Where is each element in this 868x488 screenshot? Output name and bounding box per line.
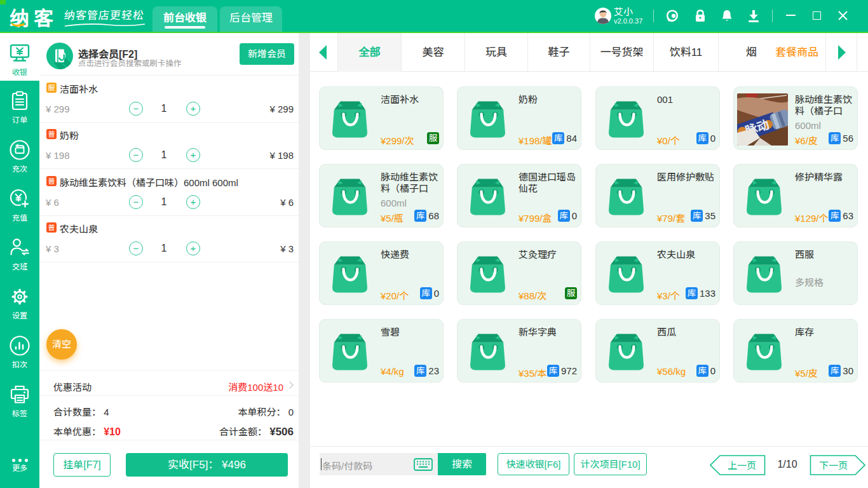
- svg-text:上一页: 上一页: [728, 458, 756, 471]
- svg-text:下一页: 下一页: [819, 458, 848, 471]
